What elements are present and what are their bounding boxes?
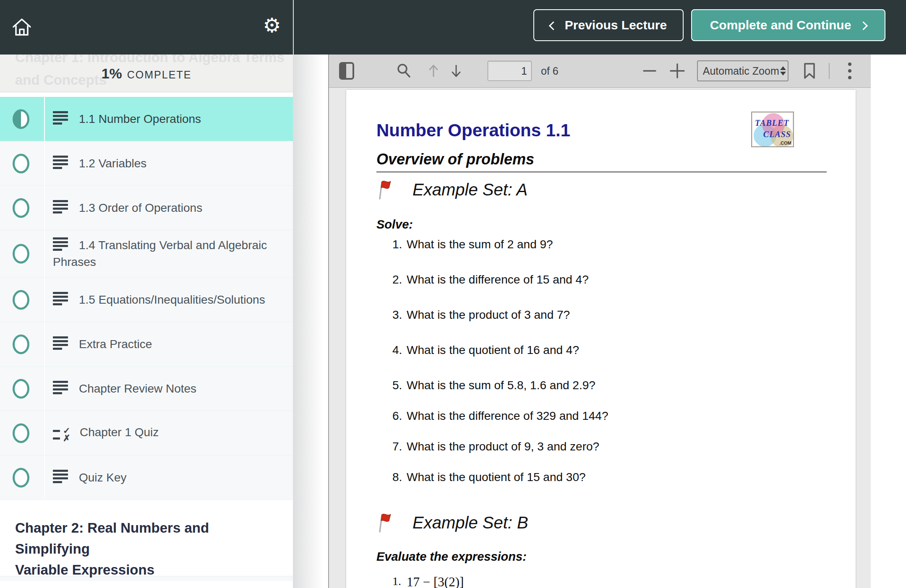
progress-circle-icon bbox=[13, 334, 29, 354]
chapter1-title-line1: Chapter 1: Introduction to Algebra Terms bbox=[15, 55, 285, 65]
rail-divider bbox=[44, 97, 45, 141]
lesson-label: Extra Practice bbox=[79, 338, 152, 351]
solve-label: Solve: bbox=[376, 218, 827, 232]
page-number-input[interactable] bbox=[488, 61, 532, 81]
progress-circle-icon bbox=[13, 423, 29, 443]
lesson-label: 1.3 Order of Operations bbox=[79, 201, 202, 214]
pdf-viewer: of 6 Automatic Zoom bbox=[328, 55, 871, 588]
progress-circle-half-icon bbox=[13, 109, 29, 129]
gear-icon[interactable]: ⚙ bbox=[260, 13, 284, 37]
document-icon bbox=[53, 237, 68, 251]
zoom-select-value: Automatic Zoom bbox=[703, 65, 779, 77]
sidebar-item-1-1-number-operations[interactable]: 1.1 Number Operations bbox=[0, 97, 293, 141]
worksheet-title: Number Operations 1.1 bbox=[376, 120, 570, 140]
logo-word-class: CLASS bbox=[763, 130, 791, 139]
chevron-right-icon bbox=[859, 21, 868, 30]
zoom-select[interactable]: Automatic Zoom bbox=[697, 60, 789, 81]
arrow-up-icon[interactable] bbox=[427, 63, 440, 79]
logo-suffix: .COM bbox=[779, 140, 791, 146]
previous-lecture-label: Previous Lecture bbox=[565, 18, 667, 32]
example-set-b-label: Example Set: B bbox=[413, 513, 528, 532]
red-flag-icon bbox=[376, 512, 392, 533]
progress-circle-icon bbox=[13, 468, 29, 487]
plus-icon[interactable] bbox=[669, 62, 685, 80]
document-icon bbox=[53, 156, 68, 169]
example-set-a-row: Example Set: A bbox=[376, 179, 827, 200]
question-item: 4.What is the quotient of 16 and 4? bbox=[376, 343, 827, 357]
rail-divider bbox=[44, 278, 45, 322]
expression-text: 17 − [3(2)] bbox=[407, 575, 464, 588]
lecture-content-area: of 6 Automatic Zoom bbox=[293, 55, 906, 588]
lesson-label: Quiz Key bbox=[79, 471, 127, 484]
lesson-label: 1.1 Number Operations bbox=[79, 112, 201, 125]
question-item: 6.What is the difference of 329 and 144? bbox=[376, 409, 827, 423]
toggle-sidebar-icon[interactable] bbox=[339, 62, 354, 80]
lesson-label: Chapter Review Notes bbox=[79, 382, 196, 395]
document-icon bbox=[53, 336, 68, 350]
progress-label: 1%COMPLETE bbox=[0, 65, 293, 82]
sidebar-item-1-4-translating-phrases[interactable]: 1.4 Translating Verbal and Algebraic Phr… bbox=[0, 230, 293, 278]
question-item: 1.What is the sum of 2 and 9? bbox=[376, 237, 827, 252]
minus-icon[interactable] bbox=[642, 64, 657, 78]
sidebar-item-extra-practice[interactable]: Extra Practice bbox=[0, 322, 293, 367]
select-spinner-icon bbox=[780, 66, 786, 75]
expression-item: 1. 17 − [3(2)] bbox=[376, 575, 827, 588]
bookmark-icon[interactable] bbox=[803, 62, 816, 80]
question-item: 8.What is the quotient of 15 and 30? bbox=[376, 470, 827, 484]
pdf-toolbar: of 6 Automatic Zoom bbox=[329, 55, 871, 88]
rail-divider bbox=[44, 411, 45, 455]
sidebar-shadow bbox=[293, 55, 323, 588]
question-item: 7.What is the product of 9, 3 and zero? bbox=[376, 440, 827, 454]
app-window: ⚙ Previous Lecture Complete and Continue… bbox=[0, 0, 906, 588]
progress-section: Chapter 1: Introduction to Algebra Terms… bbox=[0, 55, 293, 92]
chapter2-title-line1: Chapter 2: Real Numbers and Simplifying bbox=[15, 518, 278, 559]
red-flag-icon bbox=[376, 179, 392, 200]
logo-word-tablet: TABLET bbox=[755, 118, 789, 128]
home-icon[interactable] bbox=[11, 16, 33, 38]
sidebar-item-1-3-order-of-operations[interactable]: 1.3 Order of Operations bbox=[0, 186, 293, 230]
document-icon bbox=[53, 470, 68, 483]
header-divider bbox=[293, 0, 294, 55]
previous-lecture-button[interactable]: Previous Lecture bbox=[533, 9, 684, 41]
page-count-label: of 6 bbox=[541, 65, 559, 77]
question-list: 1.What is the sum of 2 and 9? 2.What is … bbox=[376, 237, 827, 484]
progress-circle-icon bbox=[13, 379, 29, 398]
sidebar-item-quiz-key[interactable]: Quiz Key bbox=[0, 455, 293, 500]
rail-divider bbox=[44, 230, 45, 277]
pdf-scroll-area[interactable]: Number Operations 1.1 TABLET CLASS .COM … bbox=[329, 88, 871, 588]
question-item: 3.What is the product of 3 and 7? bbox=[376, 308, 827, 322]
document-icon bbox=[53, 111, 68, 125]
search-icon[interactable] bbox=[396, 63, 412, 79]
chevron-left-icon bbox=[549, 21, 558, 30]
spacer bbox=[0, 92, 293, 97]
rail-divider bbox=[44, 186, 45, 230]
rail-divider bbox=[44, 455, 45, 500]
toolbar-divider bbox=[829, 63, 830, 79]
sidebar-item-1-5-equations[interactable]: 1.5 Equations/Inequalities/Solutions bbox=[0, 278, 293, 322]
lesson-label: 1.2 Variables bbox=[79, 157, 146, 170]
example-set-b-row: Example Set: B bbox=[376, 512, 827, 533]
pdf-page: Number Operations 1.1 TABLET CLASS .COM … bbox=[346, 90, 856, 588]
sidebar-item-chapter-review-notes[interactable]: Chapter Review Notes bbox=[0, 367, 293, 411]
arrow-down-icon[interactable] bbox=[450, 63, 462, 79]
evaluate-label: Evaluate the expressions: bbox=[376, 550, 827, 564]
document-icon bbox=[53, 381, 68, 394]
top-header: ⚙ Previous Lecture Complete and Continue bbox=[0, 0, 906, 55]
question-item: 2.What is the difference of 15 and 4? bbox=[376, 273, 827, 287]
rail-divider bbox=[44, 322, 45, 366]
lesson-label: Chapter 1 Quiz bbox=[80, 426, 159, 439]
example-set-a-label: Example Set: A bbox=[413, 180, 527, 199]
progress-percent: 1% bbox=[102, 65, 122, 81]
complete-and-continue-button[interactable]: Complete and Continue bbox=[691, 9, 885, 41]
lesson-label: 1.4 Translating Verbal and Algebraic Phr… bbox=[53, 239, 267, 268]
kebab-menu-icon[interactable] bbox=[846, 61, 853, 81]
sidebar-item-1-2-variables[interactable]: 1.2 Variables bbox=[0, 141, 293, 186]
document-icon bbox=[53, 200, 68, 213]
chapter2-section: Chapter 2: Real Numbers and Simplifying … bbox=[0, 500, 293, 576]
question-item: 5.What is the sum of 5.8, 1.6 and 2.9? bbox=[376, 378, 827, 393]
progress-circle-icon bbox=[13, 198, 29, 218]
tabletclass-logo: TABLET CLASS .COM bbox=[751, 112, 794, 147]
sidebar-item-chapter-1-quiz[interactable]: ✓✗Chapter 1 Quiz bbox=[0, 411, 293, 455]
progress-word: COMPLETE bbox=[127, 69, 192, 81]
course-sidebar[interactable]: Chapter 1: Introduction to Algebra Terms… bbox=[0, 55, 293, 588]
